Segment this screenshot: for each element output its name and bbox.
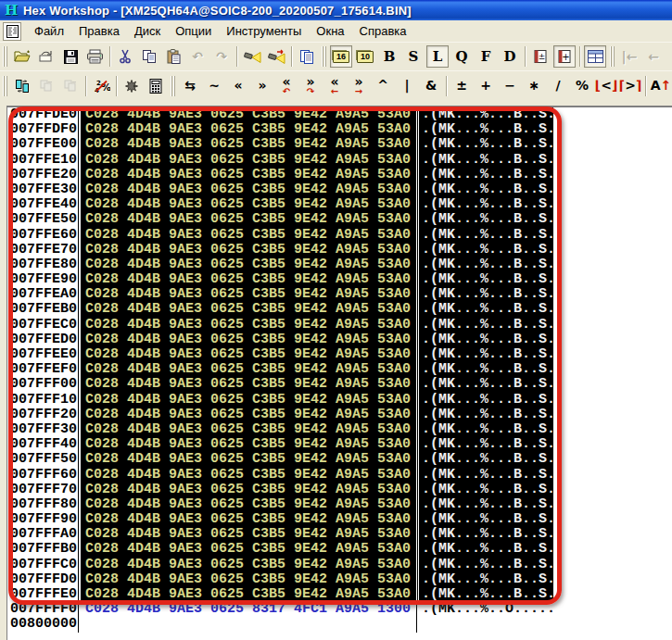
menu-item-options[interactable]: Опции: [168, 22, 219, 40]
bookmark-options-button[interactable]: ±: [529, 45, 552, 68]
hex-cell[interactable]: C028 4D4B 9AE3 0625 C3B5 9E42 A9A5 53A0: [81, 228, 416, 243]
compare-button[interactable]: [11, 75, 33, 97]
data-inspector-button[interactable]: [584, 45, 606, 68]
ascii-cell[interactable]: .(MK...%...B..S.: [416, 197, 553, 212]
ascii-cell[interactable]: .(MK...%...B..S.: [416, 153, 553, 168]
base-hex-button[interactable]: 16: [330, 45, 352, 68]
hex-cell[interactable]: C028 4D4B 9AE3 0625 C3B5 9E42 A9A5 53A0: [81, 182, 416, 197]
ascii-cell[interactable]: .(MK...%...B..S.: [416, 228, 553, 243]
xor-button[interactable]: ^: [372, 75, 394, 97]
negate-button[interactable]: ±: [450, 75, 473, 97]
ascii-cell[interactable]: .(MK...%...B..S.: [416, 182, 553, 197]
hex-cell[interactable]: C028 4D4B 9AE3 0625 C3B5 9E42 A9A5 53A0: [81, 483, 416, 497]
view-float-button[interactable]: F: [475, 45, 497, 68]
block-shift-left-button[interactable]: «←: [323, 75, 346, 97]
ascii-cell[interactable]: .(MK...%...B..S.: [416, 168, 553, 182]
paste-button[interactable]: [162, 45, 184, 68]
hex-cell[interactable]: C028 4D4B 9AE3 0625 C3B5 9E42 A9A5 53A0: [81, 587, 416, 602]
ascii-cell[interactable]: .(MK...%..O.....: [416, 602, 553, 617]
color-map-button[interactable]: [120, 75, 143, 97]
copy-as-button[interactable]: [296, 45, 318, 68]
shift-left-bracket-button[interactable]: ⌊<⌋: [595, 75, 617, 97]
block-shift-right-button[interactable]: »→: [348, 75, 370, 97]
open-special-button[interactable]: [35, 45, 57, 68]
multiply-button[interactable]: ∗: [523, 75, 545, 97]
ascii-cell[interactable]: .(MK...%...B..S.: [416, 287, 553, 302]
ascii-cell[interactable]: .(MK...%...B..S.: [416, 497, 553, 512]
ascii-cell[interactable]: .(MK...%...B..S.: [416, 377, 553, 392]
divide-button[interactable]: /: [547, 75, 569, 97]
hex-cell[interactable]: C028 4D4B 9AE3 0625 C3B5 9E42 A9A5 53A0: [81, 197, 416, 212]
shift-left-button[interactable]: «: [227, 75, 249, 97]
copy-button[interactable]: [138, 45, 160, 68]
menu-item-tools[interactable]: Инструменты: [219, 22, 309, 40]
ascii-cell[interactable]: .(MK...%...B..S.: [416, 257, 553, 272]
shift-right-button[interactable]: »: [251, 75, 273, 97]
hex-cell[interactable]: C028 4D4B 9AE3 0625 C3B5 9E42 A9A5 53A0: [81, 287, 416, 302]
bookmark-add-button[interactable]: +: [553, 45, 576, 68]
checksum-button[interactable]: 24%: [90, 75, 112, 97]
hex-cell[interactable]: C028 4D4B 9AE3 0625 C3B5 9E42 A9A5 53A0: [81, 527, 416, 542]
hex-cell[interactable]: C028 4D4B 9AE3 0625 C3B5 9E42 A9A5 53A0: [81, 362, 416, 377]
view-long-button[interactable]: L: [426, 45, 449, 68]
hex-cell[interactable]: C028 4D4B 9AE3 0625 C3B5 9E42 A9A5 53A0: [81, 107, 416, 122]
ascii-cell[interactable]: .(MK...%...B..S.: [416, 393, 553, 408]
menu-item-edit[interactable]: Правка: [71, 22, 127, 40]
ascii-cell[interactable]: .(MK...%...B..S.: [416, 272, 553, 287]
ascii-cell[interactable]: .(MK...%...B..S.: [416, 542, 553, 557]
swap-byte-order-button[interactable]: ⇆: [179, 75, 201, 97]
hex-cell[interactable]: C028 4D4B 9AE3 0625 C3B5 9E42 A9A5 53A0: [81, 437, 416, 452]
hex-cell[interactable]: C028 4D4B 9AE3 0625 C3B5 9E42 A9A5 53A0: [81, 468, 416, 483]
rotate-right-button[interactable]: »↷: [299, 75, 322, 97]
ascii-cell[interactable]: .(MK...%...B..S.: [416, 243, 553, 257]
base-dec-button[interactable]: 10: [354, 45, 376, 68]
hex-cell[interactable]: C028 4D4B 9AE3 0625 C3B5 9E42 A9A5 53A0: [81, 272, 416, 287]
hex-cell[interactable]: C028 4D4B 9AE3 0625 C3B5 9E42 A9A5 53A0: [81, 168, 416, 182]
document-window-icon[interactable]: [3, 22, 21, 41]
hex-cell[interactable]: [81, 617, 416, 632]
hex-cell[interactable]: C028 4D4B 9AE3 0625 C3B5 9E42 A9A5 53A0: [81, 212, 416, 227]
view-quad-button[interactable]: Q: [450, 45, 473, 68]
hex-cell[interactable]: C028 4D4B 9AE3 0625 C3B5 9E42 A9A5 53A0: [81, 393, 416, 408]
open-file-button[interactable]: [11, 45, 33, 68]
view-byte-button[interactable]: B: [378, 45, 400, 68]
hex-cell[interactable]: C028 4D4B 9AE3 0625 C3B5 9E42 A9A5 53A0: [81, 318, 416, 333]
find-next-button[interactable]: [265, 45, 287, 68]
hex-cell[interactable]: C028 4D4B 9AE3 0625 C3B5 9E42 A9A5 53A0: [81, 377, 416, 392]
ascii-cell[interactable]: .(MK...%...B..S.: [416, 333, 553, 347]
view-double-button[interactable]: D: [499, 45, 521, 68]
ascii-cell[interactable]: .(MK...%...B..S.: [416, 302, 553, 317]
ascii-cell[interactable]: .(MK...%...B..S.: [416, 483, 553, 497]
ascii-cell[interactable]: .(MK...%...B..S.: [416, 572, 553, 587]
calculator-button[interactable]: [145, 75, 167, 97]
hex-cell[interactable]: C028 4D4B 9AE3 0625 8317 4FC1 A9A5 1300: [81, 602, 416, 617]
ascii-cell[interactable]: .(MK...%...B..S.: [416, 468, 553, 483]
ascii-cell[interactable]: .(MK...%...B..S.: [416, 408, 553, 422]
menu-item-file[interactable]: Файл: [27, 22, 71, 40]
rotate-left-button[interactable]: «↶: [275, 75, 298, 97]
or-button[interactable]: |: [396, 75, 418, 97]
save-button[interactable]: [59, 45, 82, 68]
view-short-button[interactable]: S: [402, 45, 425, 68]
hex-cell[interactable]: C028 4D4B 9AE3 0625 C3B5 9E42 A9A5 53A0: [81, 512, 416, 527]
ascii-cell[interactable]: .(MK...%...B..S.: [416, 347, 553, 362]
hex-cell[interactable]: C028 4D4B 9AE3 0625 C3B5 9E42 A9A5 53A0: [81, 452, 416, 467]
hex-cell[interactable]: C028 4D4B 9AE3 0625 C3B5 9E42 A9A5 53A0: [81, 422, 416, 437]
cut-button[interactable]: [114, 45, 136, 68]
ascii-cell[interactable]: .(MK...%...B..S.: [416, 558, 553, 572]
and-button[interactable]: &: [420, 75, 442, 97]
ascii-cell[interactable]: .(MK...%...B..S.: [416, 587, 553, 602]
hex-cell[interactable]: C028 4D4B 9AE3 0625 C3B5 9E42 A9A5 53A0: [81, 333, 416, 347]
hex-cell[interactable]: C028 4D4B 9AE3 0625 C3B5 9E42 A9A5 53A0: [81, 137, 416, 152]
ascii-cell[interactable]: .(MK...%...B..S.: [416, 527, 553, 542]
hex-cell[interactable]: C028 4D4B 9AE3 0625 C3B5 9E42 A9A5 53A0: [81, 257, 416, 272]
ascii-cell[interactable]: .(MK...%...B..S.: [416, 122, 553, 137]
hex-cell[interactable]: C028 4D4B 9AE3 0625 C3B5 9E42 A9A5 53A0: [81, 497, 416, 512]
add-button[interactable]: +: [475, 75, 497, 97]
uppercase-button[interactable]: A↑: [650, 75, 672, 97]
ascii-cell[interactable]: .(MK...%...B..S.: [416, 212, 553, 227]
ascii-cell[interactable]: .(MK...%...B..S.: [416, 362, 553, 377]
ascii-cell[interactable]: .(MK...%...B..S.: [416, 452, 553, 467]
hex-cell[interactable]: C028 4D4B 9AE3 0625 C3B5 9E42 A9A5 53A0: [81, 558, 416, 572]
hex-cell[interactable]: C028 4D4B 9AE3 0625 C3B5 9E42 A9A5 53A0: [81, 302, 416, 317]
